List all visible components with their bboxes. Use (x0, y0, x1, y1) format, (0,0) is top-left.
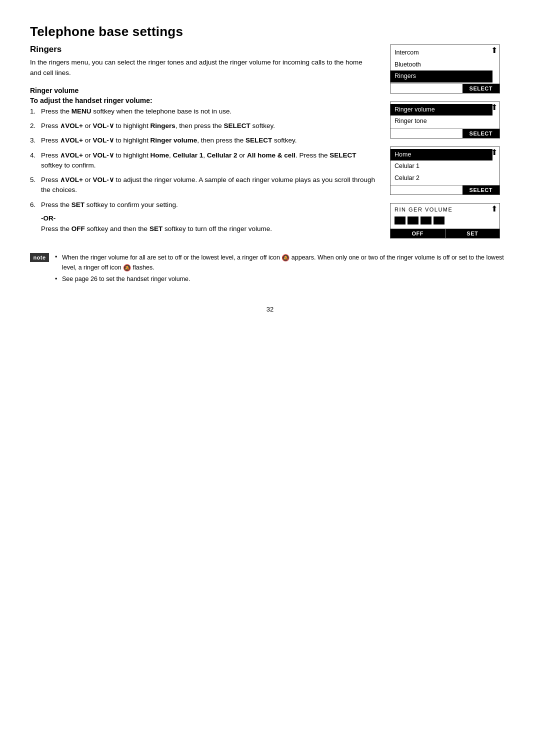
step-4-text: Press ∧VOL+ or VOL-∨ to highlight Home, … (41, 150, 375, 171)
step-3-text: Press ∧VOL+ or VOL-∨ to highlight Ringer… (41, 136, 375, 146)
right-column: ⬆ Intercom Bluetooth Ringers SELECT ⬆ Ri… (390, 44, 510, 238)
screen3-item-home: Home (390, 149, 492, 161)
scroll-arrow-3: ⬆ (491, 148, 498, 156)
page-number: 32 (30, 306, 510, 313)
note-label: note (30, 253, 49, 262)
step-5-text: Press ∧VOL+ or VOL-∨ to adjust the ringe… (41, 175, 375, 196)
screen2-item-ringer-tone: Ringer tone (390, 116, 492, 128)
step-1-number: 1. (30, 106, 41, 116)
ringers-heading: Ringers (30, 44, 375, 54)
screen1-item-ringers: Ringers (390, 70, 492, 82)
screen3-item-cellular1: Celular 1 (390, 160, 492, 172)
step-3-number: 3. (30, 136, 41, 146)
note-item-1: When the ringer volume for all are set t… (55, 252, 510, 272)
volume-bar-1 (394, 216, 406, 224)
note-content: When the ringer volume for all are set t… (55, 252, 510, 286)
step-5: 5. Press ∧VOL+ or VOL-∨ to adjust the ri… (30, 175, 375, 196)
screen3-select-btn[interactable]: SELECT (462, 186, 500, 194)
or-follow-text: Press the OFF softkey and then the SET s… (41, 224, 375, 234)
step-2: 2. Press ∧VOL+ or VOL-∨ to highlight Rin… (30, 121, 375, 131)
step-1: 1. Press the MENU softkey when the telep… (30, 106, 375, 116)
screen1-select-row: SELECT (390, 84, 500, 93)
step-3: 3. Press ∧VOL+ or VOL-∨ to highlight Rin… (30, 136, 375, 146)
phone-screen-4: ⬆ RIN GER VOLUME OFF SET (390, 203, 500, 238)
step-4: 4. Press ∧VOL+ or VOL-∨ to highlight Hom… (30, 150, 375, 171)
ringers-intro: In the ringers menu, you can select the … (30, 58, 375, 78)
ringer-volume-heading: Ringer volume (30, 86, 375, 94)
screen3-items: Home Celular 1 Celular 2 (390, 147, 492, 184)
left-column: Ringers In the ringers menu, you can sel… (30, 44, 390, 234)
step-6: 6. Press the SET softkey to confirm your… (30, 200, 375, 210)
volume-bars (390, 214, 500, 228)
volume-off-btn[interactable]: OFF (390, 229, 446, 238)
ringer-off-icon-1: 🔕 (282, 253, 290, 263)
screen3-select-row: SELECT (390, 185, 500, 194)
phone-screen-2: ⬆ Ringer volume Ringer tone SELECT (390, 102, 500, 138)
volume-bar-4 (434, 216, 444, 224)
step-6-number: 6. (30, 200, 41, 210)
step-4-number: 4. (30, 150, 41, 171)
scroll-arrow-1: ⬆ (491, 46, 498, 54)
volume-bar-2 (408, 216, 418, 224)
note-item-2: See page 26 to set the handset ringer vo… (55, 274, 510, 284)
volume-label: RIN GER VOLUME (390, 204, 500, 214)
screen2-select-row: SELECT (390, 128, 500, 138)
ringer-volume-section: Ringer volume To adjust the handset ring… (30, 86, 375, 234)
screen1-item-bluetooth: Bluetooth (390, 59, 492, 71)
note-box: note When the ringer volume for all are … (30, 252, 510, 286)
scroll-arrow-4: ⬆ (491, 205, 498, 213)
step-2-text: Press ∧VOL+ or VOL-∨ to highlight Ringer… (41, 121, 375, 131)
step-5-number: 5. (30, 175, 41, 196)
step-1-text: Press the MENU softkey when the telephon… (41, 106, 375, 116)
volume-bar-3 (420, 216, 432, 224)
screen2-item-ringer-volume: Ringer volume (390, 104, 492, 116)
adjust-handset-subheading: To adjust the handset ringer volume: (30, 96, 375, 104)
screen2-items: Ringer volume Ringer tone (390, 102, 492, 128)
volume-screen-buttons: OFF SET (390, 228, 500, 238)
screen2-select-btn[interactable]: SELECT (462, 129, 500, 138)
or-label: -OR- (41, 214, 375, 222)
note-list: When the ringer volume for all are set t… (55, 252, 510, 284)
steps-list: 1. Press the MENU softkey when the telep… (30, 106, 375, 210)
step-6-text: Press the SET softkey to confirm your se… (41, 200, 375, 210)
screen3-item-cellular2: Celular 2 (390, 172, 492, 184)
scroll-arrow-2: ⬆ (491, 104, 498, 112)
volume-set-btn[interactable]: SET (446, 229, 500, 238)
screen1-item-intercom: Intercom (390, 47, 492, 59)
step-2-number: 2. (30, 121, 41, 131)
ringer-off-icon-2: 🔕 (123, 263, 131, 273)
main-layout: Ringers In the ringers menu, you can sel… (30, 44, 510, 238)
screen1-items: Intercom Bluetooth Ringers (390, 45, 492, 82)
screen1-select-btn[interactable]: SELECT (462, 84, 500, 93)
page-title: Telephone base settings (30, 24, 510, 40)
phone-screen-3: ⬆ Home Celular 1 Celular 2 SELECT (390, 146, 500, 196)
phone-screen-1: ⬆ Intercom Bluetooth Ringers SELECT (390, 44, 500, 94)
